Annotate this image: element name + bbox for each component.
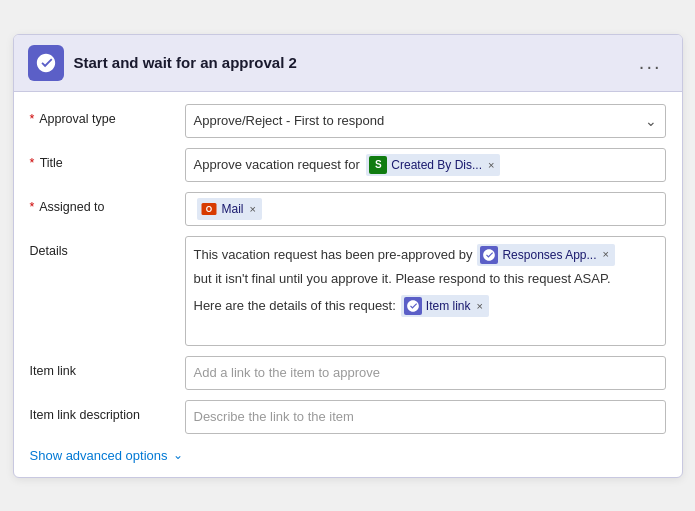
token-close-button[interactable]: × bbox=[488, 159, 494, 171]
details-line-1: This vacation request has been pre-appro… bbox=[194, 243, 657, 267]
item-link-placeholder: Add a link to the item to approve bbox=[194, 365, 380, 380]
approval-icon bbox=[28, 45, 64, 81]
details-line1-text: This vacation request has been pre-appro… bbox=[194, 245, 473, 265]
details-row: Details This vacation request has been p… bbox=[30, 236, 666, 346]
header-left: Start and wait for an approval 2 bbox=[28, 45, 297, 81]
details-line3-text: Here are the details of this request: bbox=[194, 296, 396, 316]
details-line-3-block: Here are the details of this request: It… bbox=[194, 294, 657, 318]
title-input[interactable]: Approve vacation request for S Created B… bbox=[185, 148, 666, 182]
approval-response-icon bbox=[480, 246, 498, 264]
assigned-to-label: * Assigned to bbox=[30, 192, 185, 214]
show-advanced-options-button[interactable]: Show advanced options ⌄ bbox=[30, 444, 666, 463]
item-link-label: Item link bbox=[30, 356, 185, 378]
approval-card: Start and wait for an approval 2 ... * A… bbox=[13, 34, 683, 478]
title-row: * Title Approve vacation request for S C… bbox=[30, 148, 666, 182]
required-star: * bbox=[30, 156, 35, 170]
item-link-desc-input[interactable]: Describe the link to the item bbox=[185, 400, 666, 434]
chevron-down-icon: ⌄ bbox=[173, 448, 183, 462]
approval-type-row: * Approval type Approve/Reject - First t… bbox=[30, 104, 666, 138]
details-input[interactable]: This vacation request has been pre-appro… bbox=[185, 236, 666, 346]
chevron-down-icon: ⌄ bbox=[645, 113, 657, 129]
token-text: Created By Dis... bbox=[391, 158, 482, 172]
details-token1-close[interactable]: × bbox=[603, 246, 609, 263]
approval-type-select[interactable]: Approve/Reject - First to respond ⌄ bbox=[185, 104, 666, 138]
assigned-to-token-text: Mail bbox=[222, 202, 244, 216]
item-link-desc-row: Item link description Describe the link … bbox=[30, 400, 666, 434]
details-token-2: Item link × bbox=[401, 295, 489, 317]
item-link-input[interactable]: Add a link to the item to approve bbox=[185, 356, 666, 390]
required-star: * bbox=[30, 200, 35, 214]
details-label: Details bbox=[30, 236, 185, 258]
details-token-1: Responses App... × bbox=[477, 244, 615, 266]
card-body: * Approval type Approve/Reject - First t… bbox=[14, 92, 682, 477]
title-prefix-text: Approve vacation request for bbox=[194, 157, 360, 172]
svg-text:O: O bbox=[205, 205, 212, 214]
office-icon: O bbox=[200, 200, 218, 218]
details-token1-text: Responses App... bbox=[502, 246, 596, 264]
details-line-2: but it isn't final until you approve it.… bbox=[194, 269, 657, 289]
details-line-3: Here are the details of this request: It… bbox=[194, 294, 657, 318]
details-token2-text: Item link bbox=[426, 297, 471, 315]
card-title: Start and wait for an approval 2 bbox=[74, 54, 297, 71]
context-menu-button[interactable]: ... bbox=[633, 49, 668, 76]
approval-item-icon bbox=[404, 297, 422, 315]
assigned-to-input[interactable]: O Mail × bbox=[185, 192, 666, 226]
title-label: * Title bbox=[30, 148, 185, 170]
item-link-row: Item link Add a link to the item to appr… bbox=[30, 356, 666, 390]
approval-type-label: * Approval type bbox=[30, 104, 185, 126]
card-header: Start and wait for an approval 2 ... bbox=[14, 35, 682, 92]
approval-type-value: Approve/Reject - First to respond bbox=[194, 113, 385, 128]
details-token2-close[interactable]: × bbox=[477, 298, 483, 315]
item-link-desc-label: Item link description bbox=[30, 400, 185, 422]
item-link-desc-placeholder: Describe the link to the item bbox=[194, 409, 354, 424]
assigned-to-row: * Assigned to O Mail × bbox=[30, 192, 666, 226]
required-star: * bbox=[30, 112, 35, 126]
show-advanced-label: Show advanced options bbox=[30, 448, 168, 463]
assigned-to-token-close[interactable]: × bbox=[250, 203, 256, 215]
assigned-to-token: O Mail × bbox=[197, 198, 262, 220]
title-token: S Created By Dis... × bbox=[366, 154, 500, 176]
token-icon-s: S bbox=[369, 156, 387, 174]
